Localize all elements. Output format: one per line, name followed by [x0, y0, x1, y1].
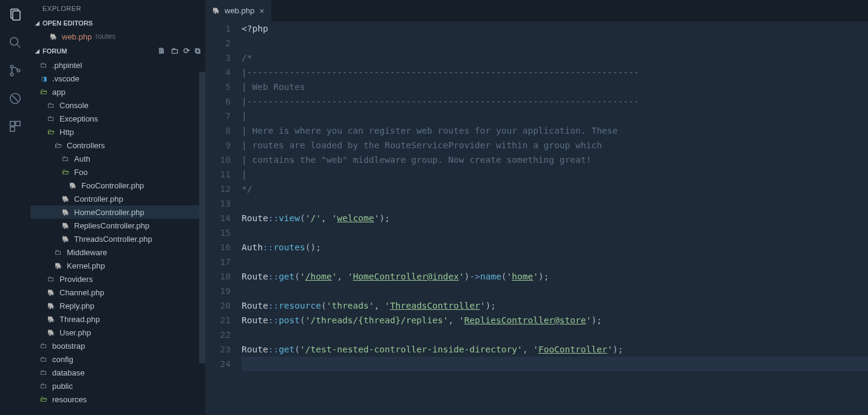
explorer-actions: 🗎 🗀 ⟳ ⧉ [158, 46, 200, 56]
svg-rect-1 [13, 11, 20, 20]
sidebar: EXPLORER ◢ OPEN EDITORS 🐘 web.php routes… [30, 0, 205, 415]
tree-item-label: Reply.php [59, 301, 95, 310]
folder-icon: 🗀 [39, 341, 49, 351]
collapse-icon[interactable]: ⧉ [195, 46, 200, 56]
code-editor[interactable]: 123456789101112131415161718192021222324 … [205, 21, 868, 415]
open-editor-item[interactable]: 🐘 web.php routes [30, 29, 205, 44]
php-icon: 🐘 [46, 287, 56, 297]
code-line[interactable] [242, 357, 868, 371]
folder-icon: 🗀 [39, 354, 49, 364]
code-line[interactable]: | Here is where you can register web rou… [242, 123, 868, 138]
tree-file[interactable]: 🐘Thread.php [30, 312, 205, 326]
folder-open-icon: 🗁 [39, 394, 49, 404]
source-control-icon[interactable] [8, 63, 22, 78]
tree-item-label: Channel.php [59, 288, 104, 297]
svg-rect-10 [16, 122, 20, 126]
extensions-icon[interactable] [8, 119, 22, 134]
tree-folder[interactable]: 🗁Foo [30, 165, 205, 179]
folder-icon: 🗀 [39, 60, 49, 70]
code-line[interactable] [242, 36, 868, 50]
code-line[interactable]: | routes are loaded by the RouteServiceP… [242, 138, 868, 153]
code-line[interactable] [242, 255, 868, 269]
folder-open-icon: 🗁 [46, 127, 56, 137]
open-editors-header[interactable]: ◢ OPEN EDITORS [30, 17, 205, 29]
tree-folder[interactable]: 🗁app [30, 85, 205, 98]
code-content[interactable]: <?php /*|-------------------------------… [242, 21, 868, 415]
code-line[interactable]: Route::view('/', 'welcome'); [242, 211, 868, 225]
close-icon[interactable]: × [259, 6, 264, 16]
folder-open-icon: 🗁 [39, 87, 49, 97]
tree-folder[interactable]: 🗁Http [30, 125, 205, 139]
php-icon: 🐘 [68, 180, 78, 190]
editor-area: 🐘 web.php × 1234567891011121314151617181… [205, 0, 868, 415]
tree-item-label: Foo [74, 168, 87, 177]
svg-line-3 [17, 44, 21, 48]
code-line[interactable]: */ [242, 182, 868, 196]
code-line[interactable]: Route::get('/test-nested-controller-insi… [242, 342, 868, 357]
code-line[interactable]: | contains the "web" middleware group. N… [242, 153, 868, 167]
tree-file[interactable]: 🐘FooController.php [30, 179, 205, 192]
code-line[interactable]: |---------------------------------------… [242, 65, 868, 80]
php-icon: 🐘 [61, 234, 70, 244]
tree-folder[interactable]: 🗀config [30, 352, 205, 366]
tree-folder[interactable]: 🗀Exceptions [30, 112, 205, 125]
tree-folder[interactable]: 🗀.phpintel [30, 58, 205, 72]
tree-folder[interactable]: 🗀Middleware [30, 245, 205, 259]
tree-file[interactable]: 🐘Channel.php [30, 286, 205, 299]
tab-web-php[interactable]: 🐘 web.php × [205, 0, 271, 21]
php-icon: 🐘 [49, 32, 58, 41]
tree-file[interactable]: 🐘RepliesController.php [30, 219, 205, 232]
new-folder-icon[interactable]: 🗀 [171, 46, 178, 56]
code-line[interactable] [242, 284, 868, 298]
project-header[interactable]: ◢ FORUM 🗎 🗀 ⟳ ⧉ [30, 44, 205, 58]
tree-item-label: RepliesController.php [74, 221, 149, 230]
tree-folder[interactable]: 🗁Controllers [30, 139, 205, 152]
code-line[interactable]: Route::resource('threads', 'ThreadsContr… [242, 298, 868, 313]
tree-item-label: app [52, 87, 66, 97]
tree-folder[interactable]: 🗁resources [30, 393, 205, 406]
tree-file[interactable]: ◨.vscode [30, 72, 205, 85]
scrollbar-thumb[interactable] [199, 72, 205, 363]
tree-file[interactable]: 🐘Controller.php [30, 192, 205, 205]
code-line[interactable] [242, 196, 868, 211]
tree-item-label: bootstrap [52, 341, 85, 351]
chevron-down-icon: ◢ [35, 20, 42, 26]
tree-folder[interactable]: 🗀Providers [30, 272, 205, 286]
tree-file[interactable]: 🐘HomeController.php [30, 205, 205, 219]
folder-icon: 🗀 [46, 274, 56, 284]
php-icon: 🐘 [61, 207, 70, 217]
tree-folder[interactable]: 🗀Console [30, 98, 205, 112]
tree-item-label: ThreadsController.php [74, 235, 152, 244]
tab-label: web.php [225, 6, 254, 15]
code-line[interactable]: Route::get('/home', 'HomeController@inde… [242, 269, 868, 284]
refresh-icon[interactable]: ⟳ [183, 46, 190, 56]
tree-item-label: Middleware [67, 248, 107, 257]
code-line[interactable]: /* [242, 50, 868, 65]
tree-folder[interactable]: 🗀bootstrap [30, 339, 205, 352]
svg-point-5 [10, 73, 13, 76]
tree-folder[interactable]: 🗀Auth [30, 152, 205, 165]
code-line[interactable]: |---------------------------------------… [242, 94, 868, 109]
tree-file[interactable]: 🐘ThreadsController.php [30, 232, 205, 245]
search-icon[interactable] [8, 35, 22, 50]
code-line[interactable]: Auth::routes(); [242, 240, 868, 255]
code-line[interactable]: | [242, 109, 868, 123]
tree-file[interactable]: 🐘Reply.php [30, 299, 205, 312]
code-line[interactable]: | [242, 167, 868, 182]
tree-file[interactable]: 🐘Kernel.php [30, 259, 205, 272]
code-line[interactable]: | Web Routes [242, 80, 868, 94]
svg-point-4 [10, 65, 13, 68]
tree-file[interactable]: 🐘User.php [30, 326, 205, 339]
tree-folder[interactable]: 🗀database [30, 366, 205, 379]
folder-icon: 🗀 [39, 381, 49, 391]
code-line[interactable]: Route::post('/threads/{thread}/replies',… [242, 313, 868, 328]
new-file-icon[interactable]: 🗎 [158, 46, 166, 56]
code-line[interactable] [242, 225, 868, 240]
debug-icon[interactable] [8, 91, 22, 106]
tab-bar: 🐘 web.php × [205, 0, 868, 21]
explorer-icon[interactable] [8, 7, 22, 22]
tree-folder[interactable]: 🗀public [30, 379, 205, 393]
code-line[interactable]: <?php [242, 21, 868, 36]
code-line[interactable] [242, 328, 868, 342]
folder-open-icon: 🗁 [53, 140, 63, 150]
